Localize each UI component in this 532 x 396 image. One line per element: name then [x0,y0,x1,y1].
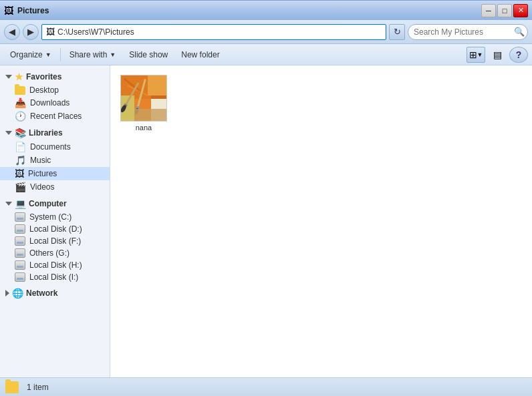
sidebar-header-favorites[interactable]: ★ Favorites [0,69,110,84]
view-chevron-icon: ▼ [477,51,483,58]
title-bar-left: 🖼 Pictures [4,5,49,16]
sidebar-header-computer[interactable]: 💻 Computer [0,196,110,211]
slideshow-button[interactable]: Slide show [123,47,174,63]
libraries-expand-icon [5,131,12,135]
status-folder-icon [5,381,19,393]
sidebar-header-libraries[interactable]: 📚 Libraries [0,126,110,140]
slideshow-label: Slide show [129,50,168,59]
sidebar-music-label: Music [30,156,51,165]
share-chevron-icon: ▼ [110,51,116,58]
file-name-nana: nana [136,124,152,132]
documents-icon: 📄 [15,142,26,152]
local-disk-i-icon [15,272,25,282]
network-icon: 🌐 [12,288,23,299]
sidebar-favorites-label: Favorites [26,72,61,81]
organize-button[interactable]: Organize ▼ [4,47,57,63]
sidebar-item-pictures[interactable]: 🖼 Pictures [0,167,110,180]
folder-address-icon: 🖼 [46,27,55,37]
sidebar-item-downloads[interactable]: 📥 Downloads [0,96,110,110]
sidebar-item-local-disk-f[interactable]: Local Disk (F:) [0,235,110,247]
toolbar: Organize ▼ Share with ▼ Slide show New f… [0,44,532,65]
computer-icon: 💻 [15,198,26,209]
forward-button[interactable]: ▶ [23,24,39,40]
search-icon: 🔍 [514,27,525,37]
sidebar-item-local-disk-h[interactable]: Local Disk (H:) [0,259,110,271]
local-disk-d-icon [15,224,25,234]
organize-chevron-icon: ▼ [45,51,51,58]
sidebar-others-g-label: Others (G:) [29,248,70,258]
file-item-nana[interactable]: nana [117,72,170,134]
recent-places-icon: 🕐 [15,111,26,122]
sidebar-local-disk-d-label: Local Disk (D:) [29,224,82,234]
system-c-icon [15,212,25,222]
sidebar-item-music[interactable]: 🎵 Music [0,154,110,167]
sidebar-downloads-label: Downloads [30,98,70,108]
sidebar-documents-label: Documents [30,142,71,152]
local-disk-h-icon [15,260,25,270]
videos-icon: 🎬 [15,182,26,192]
music-icon: 🎵 [15,155,26,166]
sidebar-section-favorites: ★ Favorites Desktop 📥 Downloads 🕐 Recent… [0,69,110,123]
sidebar-item-others-g[interactable]: Others (G:) [0,247,110,259]
title-folder-icon: 🖼 [4,5,13,16]
nana-thumbnail-svg [121,75,166,121]
file-thumbnail-nana [120,75,167,122]
help-icon: ? [516,49,522,60]
sidebar-local-disk-f-label: Local Disk (F:) [29,236,81,246]
sidebar-network-label: Network [26,288,57,298]
libraries-icon: 📚 [15,128,26,138]
sidebar-header-network[interactable]: 🌐 Network [0,286,110,301]
sidebar-item-system-c[interactable]: System (C:) [0,211,110,223]
sidebar-libraries-label: Libraries [29,128,63,138]
new-folder-label: New folder [181,50,219,59]
sidebar-section-libraries: 📚 Libraries 📄 Documents 🎵 Music 🖼 Pictur… [0,126,110,194]
address-input[interactable] [57,27,382,37]
preview-pane-button[interactable]: ▤ [488,47,507,63]
favorites-star-icon: ★ [15,71,23,82]
address-bar[interactable]: 🖼 [41,24,386,40]
window-title: Pictures [17,6,49,15]
content-area: nana [110,65,532,377]
others-g-icon [15,248,25,258]
sidebar-videos-label: Videos [30,182,54,192]
search-bar[interactable]: 🔍 [408,24,528,40]
favorites-expand-icon [5,75,12,79]
back-button[interactable]: ◀ [4,24,20,40]
preview-icon: ▤ [493,49,502,60]
view-button[interactable]: ⊞ ▼ [467,47,485,63]
sidebar-item-local-disk-d[interactable]: Local Disk (D:) [0,223,110,235]
refresh-button[interactable]: ↻ [389,24,405,40]
share-with-button[interactable]: Share with ▼ [63,47,122,63]
help-button[interactable]: ? [509,47,528,63]
share-with-label: Share with [70,50,108,59]
svg-rect-14 [134,109,166,121]
sidebar-item-local-disk-i[interactable]: Local Disk (I:) [0,271,110,283]
network-expand-icon [5,290,9,296]
close-button[interactable]: ✕ [513,4,528,17]
svg-rect-4 [148,75,166,95]
sidebar-item-desktop[interactable]: Desktop [0,84,110,96]
status-count: 1 item [27,383,49,392]
sidebar-section-network: 🌐 Network [0,286,110,301]
sidebar: ★ Favorites Desktop 📥 Downloads 🕐 Recent… [0,65,110,377]
status-bar: 1 item [0,377,532,396]
search-input[interactable] [414,27,514,37]
downloads-icon: 📥 [15,97,26,108]
desktop-folder-icon [15,86,25,95]
sidebar-item-recent-places[interactable]: 🕐 Recent Places [0,110,110,123]
new-folder-button[interactable]: New folder [175,47,225,63]
sidebar-item-documents[interactable]: 📄 Documents [0,140,110,154]
sidebar-recent-places-label: Recent Places [30,112,82,121]
minimize-button[interactable]: ─ [481,4,496,17]
maximize-button[interactable]: □ [497,4,512,17]
computer-expand-icon [5,202,12,206]
navigation-bar: ◀ ▶ 🖼 ↻ 🔍 [0,20,532,44]
view-icon: ⊞ [469,49,477,60]
sidebar-desktop-label: Desktop [29,85,59,95]
sidebar-item-videos[interactable]: 🎬 Videos [0,180,110,194]
pictures-icon: 🖼 [15,168,24,179]
sidebar-local-disk-h-label: Local Disk (H:) [29,260,82,270]
organize-label: Organize [10,50,43,59]
main-area: ★ Favorites Desktop 📥 Downloads 🕐 Recent… [0,65,532,377]
sidebar-local-disk-i-label: Local Disk (I:) [29,272,78,282]
